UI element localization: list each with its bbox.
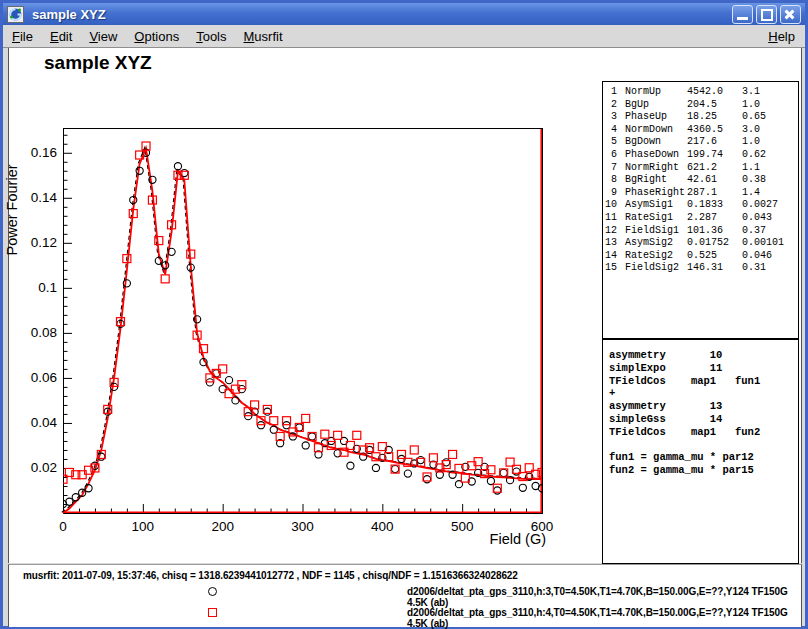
window-title: sample XYZ bbox=[32, 7, 106, 22]
menu-item-file[interactable]: File bbox=[12, 29, 33, 44]
close-button[interactable] bbox=[780, 5, 801, 24]
menu-item-help[interactable]: Help bbox=[768, 29, 795, 44]
theory-line: TFieldCos map1 fun1 bbox=[609, 375, 798, 388]
plot-title: sample XYZ bbox=[44, 52, 152, 74]
theory-lines: asymmetry 10simplExpo 11TFieldCos map1 f… bbox=[603, 340, 798, 477]
theory-line bbox=[609, 439, 798, 452]
param-row-AsymSig2: 13AsymSig20.017520.00101 bbox=[603, 237, 798, 250]
param-row-PhaseUp: 3PhaseUp18.250.65 bbox=[603, 111, 798, 124]
menu-item-view[interactable]: View bbox=[89, 29, 117, 44]
param-row-BgDown: 5BgDown217.61.0 bbox=[603, 136, 798, 149]
menu-item-tools[interactable]: Tools bbox=[196, 29, 226, 44]
parameter-panel: 1NormUp4542.03.12BgUp204.51.03PhaseUp18.… bbox=[602, 81, 799, 339]
theory-line: TFieldCos map1 fun2 bbox=[609, 426, 798, 439]
theory-line: simpleGss 14 bbox=[609, 413, 798, 426]
param-row-PhaseDown: 6PhaseDown199.740.62 bbox=[603, 149, 798, 162]
theory-line: asymmetry 10 bbox=[609, 349, 798, 362]
param-row-BgRight: 8BgRight42.610.38 bbox=[603, 174, 798, 187]
maximize-icon bbox=[761, 9, 773, 21]
param-row-FieldSig2: 15FieldSig2146.310.31 bbox=[603, 262, 798, 275]
theory-line: fun2 = gamma_mu * par15 bbox=[609, 464, 798, 477]
theory-line: fun1 = gamma_mu * par12 bbox=[609, 451, 798, 464]
theory-line: + bbox=[609, 387, 798, 400]
legend-label: d2006/deltat_pta_gps_3110,h:4,T0=4.50K,T… bbox=[407, 607, 801, 629]
menu-item-edit[interactable]: Edit bbox=[50, 29, 72, 44]
legend-square-icon bbox=[208, 608, 217, 617]
menu-item-options[interactable]: Options bbox=[134, 29, 179, 44]
status-line: musrfit: 2011-07-09, 15:37:46, chisq = 1… bbox=[23, 570, 518, 581]
param-row-PhaseRight: 9PhaseRight287.11.4 bbox=[603, 187, 798, 200]
footer-panel: musrfit: 2011-07-09, 15:37:46, chisq = 1… bbox=[8, 564, 802, 627]
param-row-NormUp: 1NormUp4542.03.1 bbox=[603, 86, 798, 99]
theory-line: simplExpo 11 bbox=[609, 362, 798, 375]
param-row-RateSig2: 14RateSig20.5250.046 bbox=[603, 250, 798, 263]
menu-item-musrfit[interactable]: Musrfit bbox=[244, 29, 283, 44]
theory-line: asymmetry 13 bbox=[609, 400, 798, 413]
musrfit-window: sample XYZ FileEditViewOptionsToolsMusrf… bbox=[0, 0, 808, 629]
maximize-button[interactable] bbox=[756, 5, 777, 24]
legend-row: d2006/deltat_pta_gps_3110,h:4,T0=4.50K,T… bbox=[9, 606, 801, 620]
param-row-AsymSig1: 10AsymSig10.18330.0027 bbox=[603, 199, 798, 212]
theory-panel: asymmetry 10simplExpo 11TFieldCos map1 f… bbox=[602, 339, 799, 564]
param-row-BgUp: 2BgUp204.51.0 bbox=[603, 99, 798, 112]
legend-label: d2006/deltat_pta_gps_3110,h:3,T0=4.50K,T… bbox=[407, 586, 801, 608]
legend-circle-icon bbox=[208, 587, 217, 596]
legend-row: d2006/deltat_pta_gps_3110,h:3,T0=4.50K,T… bbox=[9, 585, 801, 599]
param-row-NormRight: 7NormRight621.21.1 bbox=[603, 162, 798, 175]
menu-bar: FileEditViewOptionsToolsMusrfit Help bbox=[3, 25, 805, 48]
minimize-icon bbox=[737, 17, 748, 20]
app-icon bbox=[7, 6, 24, 23]
title-bar[interactable]: sample XYZ bbox=[3, 3, 805, 25]
param-row-RateSig1: 11RateSig12.2870.043 bbox=[603, 212, 798, 225]
param-row-FieldSig1: 12FieldSig1101.360.37 bbox=[603, 225, 798, 238]
minimize-button[interactable] bbox=[732, 5, 753, 24]
menu-items: FileEditViewOptionsToolsMusrfit bbox=[3, 29, 283, 44]
param-row-NormDown: 4NormDown4360.53.0 bbox=[603, 124, 798, 137]
parameter-rows: 1NormUp4542.03.12BgUp204.51.03PhaseUp18.… bbox=[603, 82, 798, 275]
